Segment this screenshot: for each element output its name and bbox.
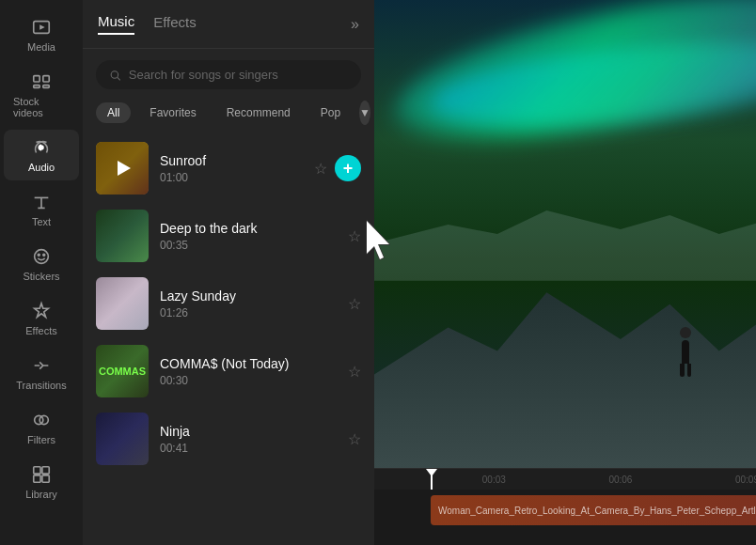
svg-line-21 (118, 77, 120, 80)
song-duration: 01:26 (160, 306, 337, 319)
favorite-button[interactable]: ☆ (348, 227, 361, 245)
svg-rect-2 (34, 76, 39, 82)
svg-rect-5 (43, 86, 49, 88)
video-background (374, 0, 756, 468)
song-info: Sunroof 01:00 (160, 153, 303, 184)
svg-rect-18 (34, 475, 40, 482)
song-duration: 01:00 (160, 171, 303, 184)
sidebar-item-transitions[interactable]: Transitions (4, 348, 79, 398)
add-to-timeline-button[interactable]: + (335, 155, 361, 181)
timeline-ruler: 00:03 00:06 00:09 (374, 469, 756, 490)
svg-marker-13 (35, 304, 49, 318)
library-icon (31, 464, 52, 485)
stock-icon (31, 71, 52, 92)
song-actions: ☆ (348, 430, 361, 448)
video-track[interactable]: Woman_Camera_Retro_Looking_At_Camera_By_… (431, 495, 756, 525)
chip-recommend[interactable]: Recommend (215, 102, 302, 123)
sidebar-item-label: Transitions (16, 380, 66, 391)
media-icon (31, 17, 52, 38)
tab-effects[interactable]: Effects (153, 14, 197, 34)
commas-logo: COMMAS (99, 366, 146, 377)
song-actions: ☆ + (314, 155, 361, 181)
effects-icon (31, 301, 52, 321)
song-thumbnail (96, 210, 149, 262)
song-title: Lazy Sunday (160, 288, 337, 304)
ruler-marks: 00:03 00:06 00:09 (431, 475, 756, 485)
song-actions: ☆ (348, 295, 361, 313)
sidebar-item-stock[interactable]: Stock videos (4, 64, 79, 126)
search-input[interactable] (129, 68, 348, 82)
music-panel: Music Effects » All Favorites Recommend … (83, 0, 374, 545)
chip-favorites[interactable]: Favorites (138, 102, 207, 123)
song-thumbnail (96, 142, 149, 195)
search-box (96, 60, 361, 89)
ruler-mark: 00:03 (431, 475, 558, 485)
filters-icon (31, 410, 52, 430)
chip-pop[interactable]: Pop (309, 102, 352, 123)
sidebar-item-stickers[interactable]: Stickers (4, 239, 79, 289)
song-info: COMMA$ (Not Today) 00:30 (160, 356, 337, 387)
song-item[interactable]: COMMAS COMMA$ (Not Today) 00:30 ☆ (87, 337, 370, 405)
timeline-tracks: Woman_Camera_Retro_Looking_At_Camera_By_… (374, 490, 756, 531)
svg-rect-17 (42, 467, 49, 474)
collapse-button[interactable]: » (351, 16, 359, 33)
ruler-mark: 00:09 (684, 475, 756, 485)
song-item[interactable]: Sunroof 01:00 ☆ + (87, 134, 370, 202)
song-list: Sunroof 01:00 ☆ + Deep to the dark 00:35… (83, 134, 374, 545)
ruler-mark: 00:06 (558, 475, 685, 485)
song-duration: 00:41 (160, 442, 337, 455)
song-thumbnail: COMMAS (96, 345, 149, 397)
sidebar-item-label: Media (27, 41, 55, 53)
sidebar-item-label: Audio (28, 162, 55, 173)
sidebar: Media Stock videos Audio (0, 0, 83, 545)
song-item[interactable]: Deep to the dark 00:35 ☆ (87, 202, 370, 270)
sidebar-item-filters[interactable]: Filters (4, 402, 79, 453)
sidebar-item-label: Effects (25, 325, 56, 336)
song-actions: ☆ (348, 227, 361, 245)
playhead-handle (426, 469, 437, 476)
svg-point-11 (38, 254, 39, 256)
svg-marker-1 (39, 24, 45, 30)
sidebar-item-label: Filters (27, 434, 55, 445)
favorite-button[interactable]: ☆ (314, 160, 327, 178)
svg-rect-19 (42, 475, 49, 482)
playhead[interactable] (431, 469, 433, 490)
person-figure (677, 327, 694, 374)
song-item[interactable]: Ninja 00:41 ☆ (87, 405, 370, 473)
song-info: Deep to the dark 00:35 (160, 221, 337, 252)
song-info: Ninja 00:41 (160, 424, 337, 455)
favorite-button[interactable]: ☆ (348, 430, 361, 448)
sidebar-item-audio[interactable]: Audio (4, 130, 79, 180)
search-wrapper (83, 49, 374, 97)
svg-point-10 (35, 250, 49, 264)
track-label: Woman_Camera_Retro_Looking_At_Camera_By_… (438, 506, 756, 516)
stickers-icon (31, 246, 52, 267)
svg-point-15 (39, 415, 48, 424)
chip-all[interactable]: All (96, 102, 131, 123)
song-thumbnail (96, 277, 149, 330)
song-title: Ninja (160, 424, 337, 439)
song-actions: ☆ (348, 363, 361, 381)
sidebar-item-media[interactable]: Media (4, 9, 79, 60)
song-duration: 00:35 (160, 239, 337, 252)
svg-point-12 (43, 254, 45, 256)
sidebar-item-text[interactable]: Text (4, 184, 79, 235)
sidebar-item-library[interactable]: Library (4, 457, 79, 507)
preview-area: 00:03 00:06 00:09 Woman_Camera_Retro_Loo… (374, 0, 756, 545)
play-triangle-icon (118, 161, 131, 176)
search-icon (109, 69, 121, 82)
sidebar-item-label: Library (25, 489, 57, 500)
svg-rect-4 (34, 86, 39, 88)
sidebar-item-label: Stock videos (13, 96, 70, 118)
svg-rect-16 (34, 467, 40, 474)
text-icon (31, 192, 52, 212)
play-overlay (96, 142, 149, 195)
timeline-area: 00:03 00:06 00:09 Woman_Camera_Retro_Loo… (374, 468, 756, 545)
favorite-button[interactable]: ☆ (348, 363, 361, 381)
chip-more-button[interactable]: ▼ (359, 101, 370, 125)
song-item[interactable]: Lazy Sunday 01:26 ☆ (87, 270, 370, 337)
tab-music[interactable]: Music (98, 13, 134, 35)
sidebar-item-effects[interactable]: Effects (4, 293, 79, 344)
favorite-button[interactable]: ☆ (348, 295, 361, 313)
transitions-icon (31, 355, 52, 376)
